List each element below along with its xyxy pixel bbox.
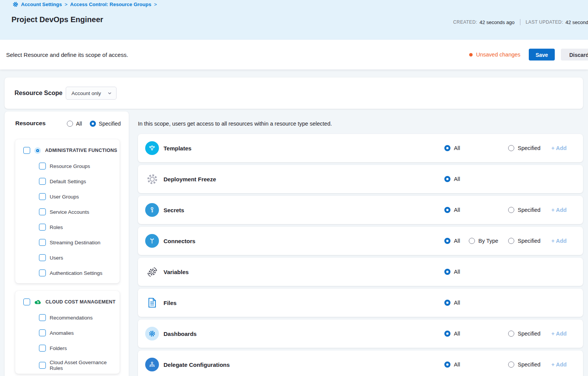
- delegate-configurations-icon: [145, 358, 159, 371]
- unsaved-dot-icon: [469, 53, 473, 56]
- radio-specified[interactable]: Specified: [508, 361, 541, 368]
- scope-description: In this scope, users get access to all r…: [138, 121, 332, 127]
- radio-all[interactable]: All: [444, 269, 460, 275]
- list-item: Folders: [15, 340, 120, 356]
- radio-icon: [444, 300, 450, 306]
- list-item: Streaming Destination: [15, 235, 120, 250]
- add-link[interactable]: + Add: [551, 331, 567, 337]
- item-checkbox[interactable]: [39, 329, 46, 336]
- resource-row-files: Files All: [138, 289, 583, 317]
- admin-functions-icon: [34, 147, 41, 154]
- category-label: ADMINISTRATIVE FUNCTIONS: [45, 148, 117, 153]
- radio-all[interactable]: All: [444, 331, 460, 337]
- item-checkbox[interactable]: [39, 163, 46, 169]
- radio-specified[interactable]: Specified: [508, 207, 541, 213]
- last-updated-label: LAST UPDATED:: [526, 19, 563, 25]
- radio-by-type[interactable]: By Type: [469, 238, 498, 244]
- last-updated-value: 42 seconds ago: [565, 19, 588, 25]
- radio-all[interactable]: All: [444, 300, 460, 306]
- item-checkbox[interactable]: [39, 269, 46, 276]
- add-link[interactable]: + Add: [551, 207, 567, 213]
- templates-icon: [145, 141, 159, 155]
- resource-row-connectors: Connectors All By Type Specified + Add: [138, 227, 583, 255]
- radio-icon: [508, 331, 514, 337]
- radio-specified[interactable]: Specified: [508, 331, 541, 337]
- radio-icon: [508, 145, 514, 151]
- created-value: 42 seconds ago: [479, 19, 515, 25]
- category-label: CLOUD COST MANAGEMENT: [45, 299, 115, 305]
- resource-label: Templates: [164, 145, 191, 152]
- breadcrumb-resource-groups[interactable]: Access Control: Resource Groups: [70, 2, 151, 7]
- radio-all[interactable]: All: [444, 361, 460, 368]
- radio-specified[interactable]: Specified: [508, 145, 541, 151]
- radio-all[interactable]: All: [444, 238, 460, 244]
- list-item: Users: [15, 250, 120, 265]
- radio-icon: [508, 238, 514, 244]
- meta-divider: [520, 19, 520, 25]
- radio-all[interactable]: All: [444, 145, 460, 151]
- list-item: Authentication Settings: [15, 265, 120, 281]
- resources-title: Resources: [15, 120, 45, 127]
- add-link[interactable]: + Add: [551, 238, 567, 244]
- item-checkbox[interactable]: [39, 193, 46, 200]
- radio-icon: [469, 238, 475, 244]
- item-checkbox[interactable]: [39, 254, 46, 261]
- resource-label: Variables: [164, 269, 189, 275]
- radio-all[interactable]: All: [444, 207, 460, 213]
- chevron-down-icon: [107, 91, 112, 95]
- toolbar: Select Resource and define its scope of …: [0, 40, 588, 69]
- list-item: Recommendations: [15, 310, 120, 325]
- radio-icon: [444, 238, 450, 244]
- save-button[interactable]: Save: [529, 49, 555, 61]
- created-label: CREATED:: [453, 19, 477, 25]
- radio-specified[interactable]: Specified: [508, 238, 541, 244]
- resources-sidebar: Resources All Specified ADMINISTRATIVE F…: [5, 111, 129, 376]
- item-checkbox[interactable]: [39, 314, 46, 321]
- dashboards-icon: [145, 327, 159, 340]
- item-checkbox[interactable]: [39, 239, 46, 246]
- breadcrumb-account-settings[interactable]: Account Settings: [21, 2, 62, 7]
- radio-all[interactable]: All: [444, 176, 460, 182]
- resource-row-variables: Variables All: [138, 258, 583, 286]
- item-checkbox[interactable]: [39, 345, 46, 352]
- resource-label: Dashboards: [164, 331, 197, 337]
- add-link[interactable]: + Add: [551, 361, 567, 368]
- resource-scope-value: Account only: [71, 90, 101, 96]
- resources-all-radio[interactable]: All: [67, 121, 82, 127]
- list-item: Cloud Asset Governance Rules: [15, 356, 120, 375]
- resource-scope-label: Resource Scope: [15, 90, 62, 97]
- category-header: ADMINISTRATIVE FUNCTIONS: [15, 142, 120, 158]
- item-checkbox[interactable]: [39, 224, 46, 231]
- breadcrumb-separator: >: [65, 2, 68, 7]
- resource-scope-card: Resource Scope Account only: [5, 77, 583, 109]
- resource-row-secrets: Secrets All Specified + Add: [138, 196, 583, 224]
- add-link[interactable]: + Add: [551, 145, 567, 151]
- radio-icon: [508, 361, 514, 368]
- resource-scope-select[interactable]: Account only: [66, 87, 117, 100]
- discard-button[interactable]: Discard: [561, 49, 588, 61]
- list-item: Roles: [15, 219, 120, 235]
- svg-text:$: $: [37, 300, 39, 304]
- cloud-cost-icon: $: [34, 299, 41, 305]
- resource-group-meta: CREATED: 42 seconds ago LAST UPDATED: 42…: [453, 19, 588, 25]
- variables-icon: [145, 265, 159, 279]
- resource-row-dashboards: Dashboards All Specified + Add: [138, 320, 583, 348]
- resource-row-templates: Templates All Specified + Add: [138, 134, 583, 162]
- connectors-icon: [145, 234, 159, 248]
- page-title: Project DevOps Engineer: [11, 15, 103, 24]
- item-checkbox[interactable]: [39, 362, 46, 369]
- breadcrumb: Account Settings > Access Control: Resou…: [13, 2, 157, 7]
- list-item: Resource Groups: [15, 158, 120, 174]
- breadcrumb-separator: >: [154, 2, 157, 7]
- radio-icon: [444, 269, 450, 275]
- settings-gear-icon: [13, 2, 18, 7]
- category-checkbox[interactable]: [23, 147, 30, 154]
- radio-icon: [90, 121, 96, 127]
- category-checkbox[interactable]: [23, 299, 30, 305]
- item-checkbox[interactable]: [39, 178, 46, 185]
- toolbar-description: Select Resource and define its scope of …: [6, 52, 128, 58]
- item-checkbox[interactable]: [39, 208, 46, 215]
- radio-icon: [444, 331, 450, 337]
- category-administrative-functions: ADMINISTRATIVE FUNCTIONS Resource Groups…: [15, 139, 120, 283]
- resources-specified-radio[interactable]: Specified: [90, 121, 121, 127]
